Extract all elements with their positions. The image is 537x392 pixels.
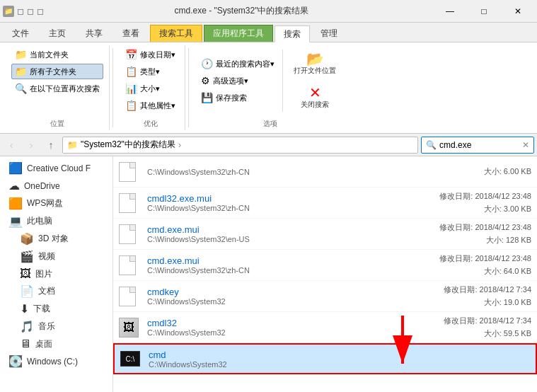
sidebar-item-wps[interactable]: 🟧 WPS网盘 [0, 195, 112, 212]
btn-open-location[interactable]: 📂 打开文件位置 [290, 50, 340, 78]
file-item-0[interactable]: C:\Windows\System32\zh-CN大小: 6.00 KB [113, 156, 537, 188]
btn-advanced-options[interactable]: ⚙ 高级选项▾ [197, 73, 278, 88]
sidebar-item-downloads[interactable]: ⬇ 下载 [6, 300, 112, 318]
search-clear-icon[interactable]: ✕ [522, 140, 529, 150]
window-title: cmd.exe - "System32"中的搜索结果 [50, 5, 434, 17]
sidebar-label-windows-c: Windows (C:) [27, 357, 78, 367]
up-button[interactable]: ↑ [42, 137, 59, 154]
file-item-3[interactable]: cmd.exe.muiC:\Windows\System32\zh-CN修改日期… [113, 250, 537, 281]
btn-save-search[interactable]: 💾 保存搜索 [197, 90, 278, 105]
btn-other-props[interactable]: 📋 其他属性▾ [122, 98, 179, 113]
action-buttons: 📂 打开文件位置 ✕ 关闭搜索 [287, 47, 342, 115]
props-icon: 📋 [125, 100, 137, 111]
subfolders-icon: 📁 [15, 66, 27, 77]
back-button[interactable]: ‹ [3, 137, 20, 154]
file-item-6[interactable]: C:\cmdC:\Windows\System32 [113, 343, 537, 374]
forward-button[interactable]: › [23, 137, 40, 154]
btn-current-folder[interactable]: 📁 当前文件夹 [11, 47, 103, 62]
folder-icon: 📁 [15, 49, 27, 60]
sidebar-item-creative-cloud[interactable]: 🟦 Creative Cloud F [0, 159, 112, 177]
btn-close-search[interactable]: ✕ 关闭搜索 [290, 83, 340, 112]
file-size-3: 大小: 64.0 KB [404, 265, 531, 278]
file-info-3: cmd.exe.muiC:\Windows\System32\zh-CN [147, 255, 404, 275]
sidebar-item-documents[interactable]: 📄 文档 [6, 282, 112, 300]
file-name-6: cmd [149, 350, 403, 360]
address-path[interactable]: 📁 "System32"中的搜索结果 › [62, 137, 418, 154]
sidebar-label-3d: 3D 对象 [38, 233, 69, 245]
file-list: C:\Windows\System32\zh-CN大小: 6.00 KBcmdl… [113, 156, 537, 392]
tab-share[interactable]: 共享 [76, 25, 112, 42]
advanced-icon: ⚙ [201, 75, 210, 86]
close-search-icon: ✕ [309, 86, 321, 100]
sidebar-label-videos: 视频 [38, 250, 55, 263]
btn-type[interactable]: 📋 类型▾ [122, 64, 179, 79]
file-meta-5: 修改日期: 2018/4/12 7:34大小: 59.5 KB [404, 315, 531, 340]
sidebar-label-music: 音乐 [38, 321, 55, 333]
tab-manage[interactable]: 管理 [311, 25, 347, 42]
btn-all-subfolders[interactable]: 📁 所有子文件夹 [11, 64, 103, 79]
save-icon: 💾 [201, 92, 213, 103]
sidebar-item-pictures[interactable]: 🖼 图片 [6, 265, 112, 282]
file-item-1[interactable]: cmdl32.exe.muiC:\Windows\System32\zh-CN修… [113, 188, 537, 219]
file-item-5[interactable]: 🖼cmdl32C:\Windows\System32修改日期: 2018/4/1… [113, 312, 537, 343]
sidebar-item-this-pc[interactable]: 💻 此电脑 [0, 212, 112, 230]
file-path-4: C:\Windows\System32 [147, 297, 404, 306]
tab-home[interactable]: 主页 [40, 25, 75, 42]
close-button[interactable]: ✕ [502, 0, 534, 23]
file-date-1: 修改日期: 2018/4/12 23:48 [404, 190, 531, 203]
search-box[interactable]: 🔍 ✕ [421, 137, 534, 154]
divider3 [282, 50, 283, 112]
path-text: "System32"中的搜索结果 [81, 139, 175, 151]
sidebar-label-wps: WPS网盘 [27, 197, 63, 209]
tab-app-tools[interactable]: 应用程序工具 [204, 25, 273, 42]
btn-modify-date[interactable]: 📅 修改日期▾ [122, 47, 179, 62]
address-bar: ‹ › ↑ 📁 "System32"中的搜索结果 › 🔍 ✕ [0, 134, 537, 156]
file-size-5: 大小: 59.5 KB [404, 328, 531, 340]
file-info-1: cmdl32.exe.muiC:\Windows\System32\zh-CN [147, 193, 404, 212]
location-buttons: 📁 当前文件夹 📁 所有子文件夹 🔍 在以下位置再次搜索 [11, 47, 103, 96]
title-icon-min: ◻ [17, 6, 24, 16]
sidebar-item-desktop[interactable]: 🖥 桌面 [6, 335, 112, 352]
title-bar-icons: 📁 ◻ ◻ ◻ [3, 6, 44, 17]
tab-search-tools[interactable]: 搜索工具 [150, 25, 202, 42]
desktop-icon: 🖥 [20, 338, 31, 350]
file-item-4[interactable]: cmdkeyC:\Windows\System32修改日期: 2018/4/12… [113, 281, 537, 312]
path-arrow: › [178, 140, 181, 150]
sidebar-item-music[interactable]: 🎵 音乐 [6, 318, 112, 335]
window-icon: 📁 [3, 6, 14, 17]
btn-recent-search[interactable]: 🕐 最近的搜索内容▾ [197, 56, 278, 71]
location-label: 位置 [50, 117, 64, 129]
file-info-6: cmdC:\Windows\System32 [149, 350, 403, 369]
file-date-5: 修改日期: 2018/4/12 7:34 [404, 315, 531, 328]
btn-size[interactable]: 📊 大小▾ [122, 81, 179, 96]
ribbon-content: 📁 当前文件夹 📁 所有子文件夹 🔍 在以下位置再次搜索 位置 📅 修改日期▾ … [0, 42, 537, 134]
sidebar-item-windows-c[interactable]: 💽 Windows (C:) [0, 352, 112, 370]
file-name-1: cmdl32.exe.mui [147, 193, 404, 204]
sidebar-item-videos[interactable]: 🎬 视频 [6, 248, 112, 265]
file-icon-3 [119, 255, 142, 275]
drive-icon: 💽 [8, 354, 23, 368]
tab-view[interactable]: 查看 [113, 25, 149, 42]
file-item-2[interactable]: cmd.exe.muiC:\Windows\System32\en-US修改日期… [113, 219, 537, 250]
sidebar-label-creative-cloud: Creative Cloud F [27, 163, 91, 173]
sidebar-label-desktop: 桌面 [35, 338, 52, 350]
tab-search[interactable]: 搜索 [275, 25, 310, 42]
btn-search-again[interactable]: 🔍 在以下位置再次搜索 [11, 81, 103, 96]
sidebar-item-3d-objects[interactable]: 📦 3D 对象 [6, 230, 112, 248]
size-icon: 📊 [125, 83, 137, 94]
wps-icon: 🟧 [8, 197, 23, 210]
sidebar-item-onedrive[interactable]: ☁ OneDrive [0, 177, 112, 195]
file-meta-4: 修改日期: 2018/4/12 7:34大小: 19.0 KB [404, 284, 531, 309]
type-icon: 📋 [125, 66, 137, 77]
minimize-button[interactable]: — [434, 0, 466, 23]
search-icon: 🔍 [426, 140, 437, 150]
search-input[interactable] [439, 140, 521, 150]
sidebar-label-pictures: 图片 [35, 268, 52, 280]
maximize-button[interactable]: □ [468, 0, 500, 23]
file-size-2: 大小: 128 KB [404, 234, 531, 247]
options-row1: 🕐 最近的搜索内容▾ ⚙ 高级选项▾ 💾 保存搜索 📂 打开文件位置 [197, 47, 342, 115]
path-folder-icon: 📁 [67, 140, 78, 150]
date-icon: 📅 [125, 49, 137, 60]
optimize-label: 优化 [144, 117, 158, 129]
tab-file[interactable]: 文件 [3, 25, 38, 42]
